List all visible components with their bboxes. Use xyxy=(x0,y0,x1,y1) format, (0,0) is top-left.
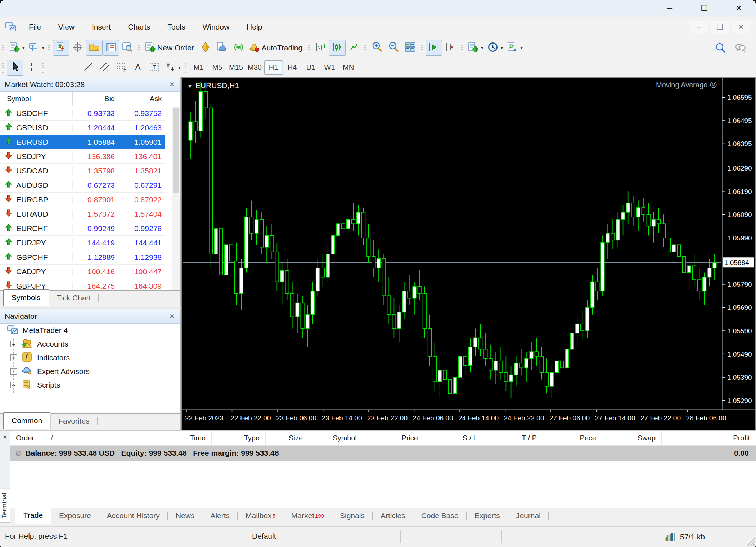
window-close-button[interactable]: ✕ xyxy=(721,0,756,17)
label-button[interactable]: T xyxy=(146,60,163,76)
terminal-column-price[interactable]: Price xyxy=(543,431,602,445)
menu-help[interactable]: Help xyxy=(238,23,271,31)
zoom-out-button[interactable] xyxy=(386,40,402,56)
terminal-window-button[interactable] xyxy=(103,40,119,56)
timeframe-m15-button[interactable]: M15 xyxy=(227,60,246,75)
chat-button[interactable] xyxy=(732,40,749,56)
mql5-cloud-button[interactable] xyxy=(214,40,230,56)
chart-shift-button[interactable] xyxy=(442,40,459,56)
tree-item-indicators[interactable]: +fIndicators xyxy=(0,351,180,365)
profiles-button[interactable]: ▾ xyxy=(27,40,46,56)
hline-button[interactable] xyxy=(63,60,80,76)
terminal-tab-code-base[interactable]: Code Base xyxy=(413,508,467,523)
new-order-button[interactable]: New Order xyxy=(143,40,197,56)
periods-button[interactable]: ▾ xyxy=(485,40,505,56)
market-watch-scrollbar[interactable] xyxy=(172,107,180,290)
market-watch-row[interactable]: GBPCHF1.128891.12938 xyxy=(0,250,165,265)
terminal-column-profit[interactable]: Profit xyxy=(662,431,756,445)
timeframe-h1-button[interactable]: H1 xyxy=(264,60,283,75)
autotrading-button[interactable]: AutoTrading xyxy=(247,40,306,56)
market-watch-row[interactable]: USDCHF0.937330.93752 xyxy=(0,106,165,121)
terminal-close-icon[interactable]: ✕ xyxy=(1,433,9,441)
channel-button[interactable]: E xyxy=(96,60,113,76)
market-watch-tab-symbols[interactable]: Symbols xyxy=(3,289,49,306)
tree-item-metatrader4[interactable]: MetaTrader 4 xyxy=(0,324,180,337)
market-watch-row[interactable]: AUDUSD0.672730.67291 xyxy=(0,178,165,193)
timeframe-w1-button[interactable]: W1 xyxy=(320,60,339,75)
timeframe-m1-button[interactable]: M1 xyxy=(189,60,208,75)
terminal-column-tp[interactable]: T / P xyxy=(483,431,543,445)
crosshair-button[interactable] xyxy=(23,60,40,76)
terminal-tab-news[interactable]: News xyxy=(168,508,203,523)
timeframe-d1-button[interactable]: D1 xyxy=(302,60,320,75)
market-watch-tab-tick-chart[interactable]: Tick Chart xyxy=(49,291,99,305)
terminal-tab-mailbox[interactable]: Mailbox5 xyxy=(238,508,283,523)
timeframe-mn-button[interactable]: MN xyxy=(339,60,358,75)
market-watch-button[interactable] xyxy=(53,40,69,56)
terminal-tab-articles[interactable]: Articles xyxy=(373,508,413,523)
terminal-tab-trade[interactable]: Trade xyxy=(15,507,51,524)
scrollbar-thumb[interactable] xyxy=(173,108,179,193)
terminal-column-symbol[interactable]: Symbol xyxy=(309,431,363,445)
tile-windows-button[interactable] xyxy=(402,40,419,56)
window-minimize-button[interactable]: ─ xyxy=(652,0,687,17)
chart-symbol-label[interactable]: ▼EURUSD,H1 xyxy=(187,81,239,90)
column-header-symbol[interactable]: Symbol xyxy=(0,95,72,103)
line-chart-button[interactable] xyxy=(346,40,362,56)
mdi-close-button[interactable]: ✕ xyxy=(732,21,750,33)
market-watch-close-icon[interactable]: ✕ xyxy=(168,81,176,89)
menu-window[interactable]: Window xyxy=(194,23,238,31)
terminal-vertical-tab[interactable]: Terminal xyxy=(0,489,10,523)
terminal-tab-market[interactable]: Market199 xyxy=(283,508,332,523)
menu-tools[interactable]: Tools xyxy=(159,23,194,31)
timeframe-m30-button[interactable]: M30 xyxy=(246,60,264,75)
terminal-column-price[interactable]: Price xyxy=(363,431,424,445)
auto-scroll-button[interactable] xyxy=(426,40,442,56)
terminal-tab-account-history[interactable]: Account History xyxy=(99,508,168,523)
timeframe-m5-button[interactable]: M5 xyxy=(208,60,227,75)
market-watch-row[interactable]: EURCHF0.992490.99276 xyxy=(0,221,165,236)
menu-view[interactable]: View xyxy=(50,23,83,31)
vline-button[interactable] xyxy=(47,60,63,76)
status-profile[interactable]: Default xyxy=(252,532,276,541)
terminal-column-type[interactable]: Type xyxy=(212,431,266,445)
candlestick-chart-button[interactable] xyxy=(329,40,346,56)
market-watch-row[interactable]: CADJPY100.416100.447 xyxy=(0,265,165,279)
market-watch-row[interactable]: GBPJPY164.275164.309 xyxy=(0,279,165,290)
window-maximize-button[interactable]: ☐ xyxy=(687,0,721,17)
zoom-in-button[interactable] xyxy=(369,40,386,56)
bar-chart-button[interactable] xyxy=(312,40,329,56)
mdi-restore-button[interactable]: ❐ xyxy=(711,21,729,33)
column-header-ask[interactable]: Ask xyxy=(120,92,165,106)
indicators-list-button[interactable]: ▾ xyxy=(465,40,485,56)
market-watch-row[interactable]: EURGBP0.879010.87922 xyxy=(0,193,165,207)
menu-insert[interactable]: Insert xyxy=(83,23,120,31)
terminal-tab-experts[interactable]: Experts xyxy=(467,508,508,523)
text-button[interactable]: A xyxy=(130,60,146,76)
tree-item-scripts[interactable]: +Scripts xyxy=(0,378,180,392)
market-watch-row[interactable]: EURUSD1.058841.05901 xyxy=(0,135,165,149)
terminal-column-order[interactable]: Order/ xyxy=(10,431,118,445)
terminal-column-time[interactable]: Time xyxy=(118,431,212,445)
cursor-button[interactable] xyxy=(7,60,23,76)
market-watch-row[interactable]: USDCAD1.357981.35821 xyxy=(0,164,165,178)
arrows-button[interactable]: ▾ xyxy=(163,60,183,76)
fibo-button[interactable]: F xyxy=(113,60,130,76)
candlestick-chart[interactable]: 1.065951.064951.063951.062901.061901.060… xyxy=(182,78,755,429)
resize-grip[interactable] xyxy=(745,536,755,546)
terminal-tab-exposure[interactable]: Exposure xyxy=(51,508,99,523)
balance-row[interactable]: ⊘ Balance: 999 533.48 USD Equity: 999 53… xyxy=(10,446,756,461)
terminal-column-sl[interactable]: S / L xyxy=(424,431,483,445)
navigator-button[interactable] xyxy=(86,40,103,56)
templates-button[interactable]: ▾ xyxy=(505,40,525,56)
metaeditor-button[interactable] xyxy=(197,40,214,56)
data-window-button[interactable] xyxy=(69,40,86,56)
search-button[interactable] xyxy=(712,40,729,56)
navigator-tab-favorites[interactable]: Favorites xyxy=(50,414,97,428)
market-watch-row[interactable]: EURAUD1.573721.57404 xyxy=(0,207,165,221)
terminal-tab-signals[interactable]: Signals xyxy=(332,508,373,523)
timeframe-h4-button[interactable]: H4 xyxy=(283,60,302,75)
navigator-tab-common[interactable]: Common xyxy=(3,412,50,429)
market-watch-row[interactable]: USDJPY136.386136.401 xyxy=(0,149,165,164)
new-chart-button[interactable]: ▾ xyxy=(7,40,27,56)
